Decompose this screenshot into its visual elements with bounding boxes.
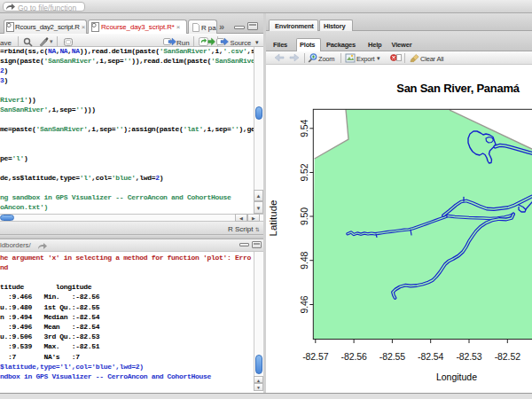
svg-text:9.52: 9.52 [299,163,309,181]
svg-text:Longitude: Longitude [436,372,477,382]
svg-text:-82.54: -82.54 [418,351,443,362]
svg-text:9.48: 9.48 [299,251,309,269]
svg-text:-82.56: -82.56 [341,351,367,362]
svg-text:San San River, Panamá: San San River, Panamá [396,82,520,95]
svg-text:9.50: 9.50 [299,207,309,225]
svg-text:-82.55: -82.55 [379,351,405,362]
svg-text:Latitude: Latitude [268,200,278,237]
svg-text:-82.52: -82.52 [495,351,520,362]
svg-text:-82.57: -82.57 [302,351,328,362]
svg-text:-82.53: -82.53 [456,351,481,362]
svg-text:9.54: 9.54 [299,120,309,137]
svg-text:9.46: 9.46 [299,295,309,313]
